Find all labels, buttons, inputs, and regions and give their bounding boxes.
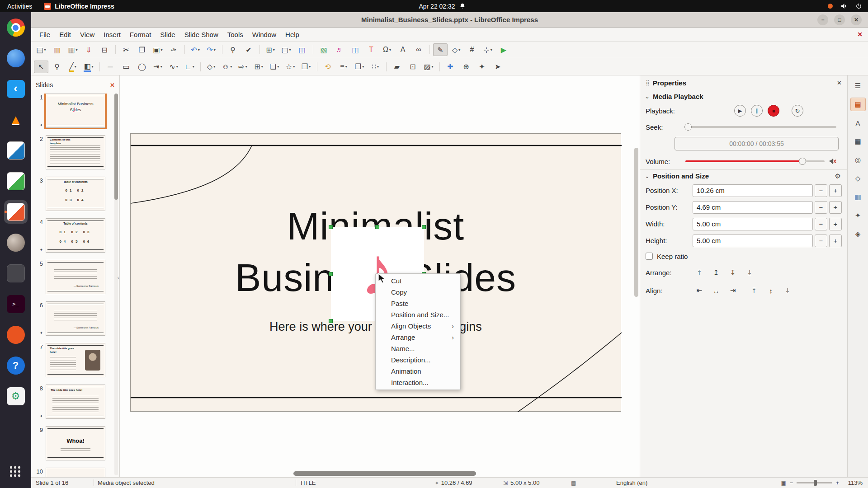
insert-line-button[interactable]: ─▾	[103, 61, 118, 73]
menu-item[interactable]: Window	[248, 29, 281, 40]
redo-button[interactable]: ↷▾	[204, 43, 218, 56]
bring-to-front-button[interactable]: ⤒	[693, 267, 706, 278]
animation-button[interactable]: ✦▾	[475, 61, 489, 73]
window-close-button[interactable]: ✕	[851, 14, 862, 25]
volume-slider-thumb[interactable]	[799, 158, 806, 165]
clock[interactable]: Apr 22 02:32	[419, 3, 455, 10]
dock-vscode[interactable]: ‹	[4, 77, 28, 101]
power-icon[interactable]	[856, 3, 862, 9]
mute-icon[interactable]	[829, 158, 836, 164]
connectors-button[interactable]: ∟▾	[182, 61, 197, 73]
selection-handle[interactable]	[329, 225, 333, 229]
basic-shapes-button[interactable]: ◇▾	[204, 61, 218, 73]
value-input[interactable]: 10.26 cm	[693, 184, 813, 197]
context-menu-item-description[interactable]: Description... ›	[376, 354, 460, 366]
slide-thumbnail[interactable]: 10 ✦ ♪	[33, 468, 113, 477]
pause-button[interactable]: ∥	[751, 105, 763, 117]
shadow-button[interactable]: ▰▾	[390, 61, 404, 73]
zoom-out-button[interactable]: −	[790, 479, 793, 486]
media-playback-section-header[interactable]: ⌄ Media Playback	[640, 90, 847, 103]
star-shapes-button[interactable]: ☆▾	[283, 61, 297, 73]
callout-shapes-button[interactable]: ❏▾	[267, 61, 282, 73]
slide-thumbnail[interactable]: 9 ✦ Whoa! ♪	[33, 426, 113, 460]
panel-grip-icon[interactable]: ⣿	[646, 80, 649, 86]
minimize-button[interactable]: −	[817, 14, 828, 25]
hyperlink-button[interactable]: ∞▾	[411, 43, 426, 56]
volume-icon[interactable]	[841, 3, 848, 9]
value-input[interactable]: 4.69 cm	[693, 201, 813, 214]
flowchart-button[interactable]: ⊞▾	[251, 61, 266, 73]
send-to-back-button[interactable]: ⤓	[743, 267, 756, 278]
slide-thumbnail[interactable]: 5 ✦ —Someone Famous ♪	[33, 260, 113, 294]
context-menu-item-animation[interactable]: Animation ›	[376, 366, 460, 377]
focused-app-indicator[interactable]: LibreOffice Impress	[44, 3, 114, 10]
dock-utility[interactable]	[4, 262, 28, 285]
copy-button[interactable]: ❐▾	[135, 43, 149, 56]
3d-objects-button[interactable]: ❒▾	[299, 61, 313, 73]
bring-forward-button[interactable]: ↥	[709, 267, 723, 278]
keep-ratio-checkbox[interactable]	[646, 253, 653, 260]
context-menu-item-paste[interactable]: Paste ›	[376, 298, 460, 309]
cut-button[interactable]: ✂▾	[119, 43, 133, 56]
dock-chrome[interactable]	[4, 16, 28, 39]
zoom-slider[interactable]	[797, 482, 832, 483]
gear-icon[interactable]: ⚙	[835, 172, 841, 180]
document-state-icon[interactable]: ▤	[571, 480, 576, 486]
gluepoints-button[interactable]: ⊕▾	[459, 61, 473, 73]
start-slideshow-button[interactable]: ▶▾	[496, 43, 511, 56]
menu-item[interactable]: File	[35, 29, 55, 40]
dock-app-grid[interactable]	[4, 460, 28, 483]
insert-textbox-button[interactable]: T▾	[364, 43, 378, 56]
tab-gallery[interactable]: ▦	[850, 135, 866, 148]
context-menu-item-copy[interactable]: Copy ›	[376, 286, 460, 298]
activities-button[interactable]: Activities	[7, 3, 32, 10]
value-input[interactable]: 5.00 cm	[693, 235, 813, 247]
context-menu-item-position-and-size[interactable]: Position and Size... ›	[376, 309, 460, 320]
slide-thumbnail[interactable]: 1 ✦ Minimalist Business Slides ♪	[33, 94, 113, 128]
selection-handle[interactable]	[329, 272, 333, 276]
dock-ubuntu-software[interactable]	[4, 323, 28, 347]
context-menu-item-align-objects[interactable]: Align Objects ›	[376, 320, 460, 332]
ellipse-button[interactable]: ◯▾	[135, 61, 149, 73]
window-titlebar[interactable]: Minimalist_Business_Slides.pptx - LibreO…	[31, 12, 868, 28]
interaction-button[interactable]: ➤▾	[491, 61, 505, 73]
lines-arrows-button[interactable]: ⇥▾	[151, 61, 165, 73]
decrement-button[interactable]: −	[815, 184, 827, 197]
curves-polygons-button[interactable]: ∿▾	[166, 61, 181, 73]
tab-shapes[interactable]: ◇	[850, 172, 866, 185]
slide-thumbnail[interactable]: 4 ✦ Table of contents 01 02 03 04 05 06 …	[33, 218, 113, 253]
spelling-button[interactable]: ✔▾	[241, 43, 256, 56]
tab-properties[interactable]: ▤	[850, 98, 866, 111]
language-selector[interactable]: English (en)	[616, 479, 781, 486]
display-views-button[interactable]: ▢▾	[279, 43, 293, 56]
slides-scrollbar-thumb[interactable]	[114, 94, 118, 200]
sidebar-menu-button[interactable]: ☰	[850, 79, 866, 93]
context-menu-item-name[interactable]: Name... ›	[376, 343, 460, 354]
properties-close-button[interactable]: ✕	[837, 80, 842, 86]
undo-button[interactable]: ↶▾	[188, 43, 203, 56]
panel-collapse-handle[interactable]: ‹	[116, 270, 120, 285]
insert-object-button[interactable]: ◫▾	[348, 43, 363, 56]
insert-chart-button[interactable]: ◫▾	[295, 43, 309, 56]
print-button[interactable]: ⊟▾	[97, 43, 112, 56]
increment-button[interactable]: +	[829, 235, 842, 247]
block-arrows-button[interactable]: ⇨▾	[236, 61, 250, 73]
horizontal-scrollbar-thumb[interactable]	[293, 471, 476, 476]
context-menu-item-arrange[interactable]: Arrange ›	[376, 332, 460, 343]
seek-slider[interactable]	[685, 126, 836, 128]
arrange-button[interactable]: ❐▾	[352, 61, 367, 73]
dock-help[interactable]: ?	[4, 354, 28, 377]
menu-item[interactable]: Insert	[99, 29, 125, 40]
dock-settings[interactable]: ⚙	[4, 385, 28, 408]
slide-thumbnail[interactable]: 8 ✦ The slide title goes here! ♪	[33, 385, 113, 419]
dock-blue-app[interactable]	[4, 47, 28, 70]
position-size-section-header[interactable]: ⌄ Position and Size ⚙	[640, 169, 847, 182]
context-menu-item-interaction[interactable]: Interaction... ›	[376, 377, 460, 388]
maximize-button[interactable]: □	[834, 14, 845, 25]
context-menu-item-cut[interactable]: Cut ›	[376, 275, 460, 286]
dock-vlc[interactable]: ▲	[4, 108, 28, 131]
menu-item[interactable]: Slide Show	[180, 29, 223, 40]
zoom-in-button[interactable]: +	[835, 479, 839, 486]
increment-button[interactable]: +	[829, 184, 842, 197]
selection-handle[interactable]	[329, 319, 333, 323]
